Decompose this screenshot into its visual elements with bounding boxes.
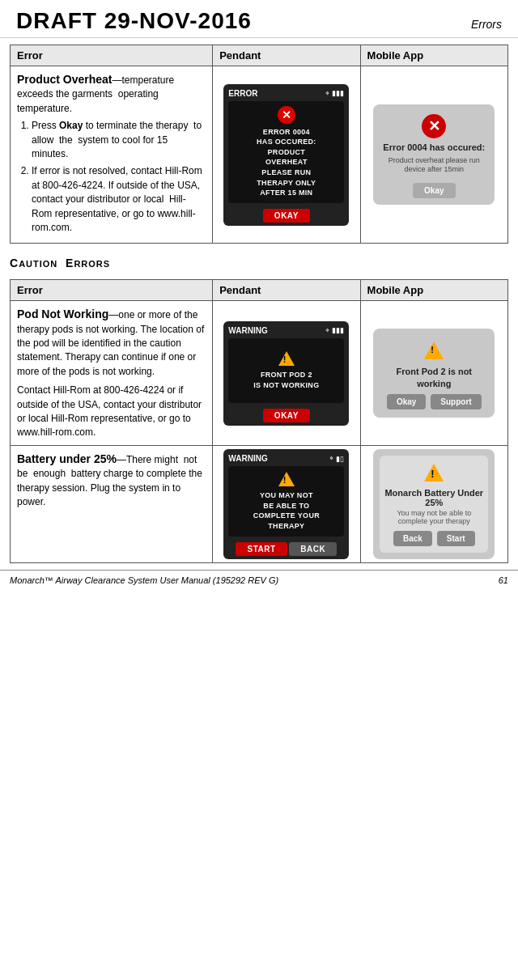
pendant-icons-pod: ⌖ ▮▮▮ — [325, 326, 344, 335]
app-okay-button[interactable]: Okay — [413, 183, 455, 198]
page-header: DRAFT 29-NOV-2016 Errors — [0, 0, 518, 38]
table-row: Battery under 25%—There might not be eno… — [11, 445, 508, 562]
app-cell-pod: Front Pod 2 is not working Okay Support — [360, 301, 507, 446]
app-battery-title: Monarch Battery Under 25% — [384, 488, 483, 507]
app-subtitle: Product overheat please run device after… — [380, 156, 488, 175]
pendant-body-error: ✕ ERROR 0004HAS OCCURED:PRODUCTOVERHEATP… — [228, 101, 344, 203]
bluetooth-icon: ⌖ — [325, 326, 329, 335]
table-row: Pod Not Working—one or more of the thera… — [11, 301, 508, 446]
bluetooth-icon: ⌖ — [329, 454, 333, 463]
section-label: Errors — [471, 18, 502, 31]
battery-icon-low: ▮▯ — [336, 455, 344, 463]
caution-col-error: Error — [11, 280, 213, 301]
app-warning-icon-pod — [422, 338, 446, 363]
pendant-top-bar-battery: WARNING ⌖ ▮▯ — [228, 454, 344, 463]
app-cell-product-overheat: ✕ Error 0004 has occured: Product overhe… — [360, 66, 507, 244]
error-name-pod: Pod Not Working — [17, 308, 108, 320]
error-name-battery: Battery under 25% — [17, 452, 117, 465]
col-mobile-app: Mobile App — [360, 45, 507, 66]
battery-icon: ▮▮▮ — [332, 89, 344, 97]
app-battery-subtitle: You may not be able to complete your the… — [384, 509, 483, 525]
page-container: DRAFT 29-NOV-2016 Errors Error Pendant M… — [0, 0, 518, 590]
pendant-screen-battery: WARNING ⌖ ▮▯ YOU MAY NOTBE ABLE TOCOMPLE… — [223, 449, 349, 558]
error-name-product-overheat: Product Overheat — [17, 73, 112, 86]
pendant-warning-label: WARNING — [228, 326, 267, 335]
app-title: Error 0004 has occured: — [380, 142, 488, 153]
pendant-back-button[interactable]: BACK — [289, 542, 337, 556]
pendant-status-label: ERROR — [228, 89, 257, 98]
warning-triangle-icon-battery — [277, 471, 296, 487]
error-description-battery: Battery under 25%—There might not be eno… — [11, 445, 213, 562]
app-back-btn-battery[interactable]: Back — [393, 531, 432, 546]
error-steps-product-overheat: Press Okay to terminate the therapy to a… — [17, 119, 206, 235]
app-pod-title: Front Pod 2 is not working — [380, 366, 488, 389]
app-support-btn-pod[interactable]: Support — [431, 394, 481, 409]
app-screen-product-overheat: ✕ Error 0004 has occured: Product overhe… — [373, 104, 495, 205]
footer-page-number: 61 — [499, 575, 508, 585]
pendant-icons: ⌖ ▮▮▮ — [325, 89, 344, 98]
col-pendant: Pendant — [213, 45, 360, 66]
page-footer: Monarch™ Airway Clearance System User Ma… — [0, 570, 518, 590]
app-battery-content: Monarch Battery Under 25% You may not be… — [380, 456, 488, 553]
pendant-body-warning-pod: FRONT POD 2IS NOT WORKING — [228, 338, 344, 403]
error-x-icon: ✕ — [278, 106, 295, 124]
app-okay-btn-pod[interactable]: Okay — [387, 394, 426, 409]
app-screen-battery: Monarch Battery Under 25% You may not be… — [373, 449, 495, 559]
caution-table: Error Pendant Mobile App Pod Not Working… — [10, 279, 508, 563]
pendant-cell-product-overheat: ERROR ⌖ ▮▮▮ ✕ ERROR 0004HAS OCCURED:PROD… — [213, 66, 360, 244]
app-screen-pod: Front Pod 2 is not working Okay Support — [373, 329, 495, 418]
list-item: Press Okay to terminate the therapy to a… — [32, 119, 206, 161]
pendant-okay-button-pod[interactable]: OKAY — [263, 409, 310, 422]
app-error-icon: ✕ — [422, 114, 446, 138]
app-warning-icon-battery — [422, 462, 446, 486]
caution-col-pendant: Pendant — [213, 280, 360, 301]
pendant-body-text: ERROR 0004HAS OCCURED:PRODUCTOVERHEATPLE… — [257, 127, 316, 198]
list-item: If error is not resolved, contact Hill-R… — [32, 164, 206, 235]
table-row: Product Overheat—temperature exceeds the… — [11, 66, 508, 244]
pendant-okay-button[interactable]: OKAY — [263, 209, 310, 223]
pendant-top-bar-pod: WARNING ⌖ ▮▮▮ — [228, 326, 344, 335]
pendant-cell-pod: WARNING ⌖ ▮▮▮ FRONT POD 2IS NOT WORKING — [213, 301, 360, 446]
error-description-product-overheat: Product Overheat—temperature exceeds the… — [11, 66, 213, 244]
pendant-footer-pod: OKAY — [228, 407, 344, 422]
col-error: Error — [11, 45, 213, 66]
page-title: DRAFT 29-NOV-2016 — [16, 8, 252, 34]
pendant-footer: OKAY — [228, 207, 344, 223]
app-cell-battery: Monarch Battery Under 25% You may not be… — [360, 445, 507, 562]
app-btn-row-battery: Back Start — [384, 529, 483, 548]
caution-col-mobile-app: Mobile App — [360, 280, 507, 301]
caution-errors-heading: CAUTION ERRORS — [0, 250, 518, 273]
error-table: Error Pendant Mobile App Product Overhea… — [10, 45, 508, 244]
app-btn-row-pod: Okay Support — [380, 392, 488, 411]
caution-heading-text: CAUTION ERRORS — [10, 257, 110, 269]
pendant-body-text-pod: FRONT POD 2IS NOT WORKING — [253, 370, 319, 390]
pendant-footer-battery: START BACK — [228, 541, 344, 556]
pendant-icons-battery: ⌖ ▮▯ — [329, 454, 344, 463]
pendant-warning-label-battery: WARNING — [228, 454, 267, 463]
app-start-btn-battery[interactable]: Start — [437, 531, 475, 546]
bluetooth-icon: ⌖ — [325, 89, 329, 98]
pendant-start-button[interactable]: START — [236, 542, 287, 556]
pendant-top-bar: ERROR ⌖ ▮▮▮ — [228, 89, 344, 98]
warning-triangle-icon-pod — [277, 350, 296, 367]
error-description-pod-not-working: Pod Not Working—one or more of the thera… — [11, 301, 213, 446]
footer-left-text: Monarch™ Airway Clearance System User Ma… — [10, 575, 278, 585]
pendant-screen-pod: WARNING ⌖ ▮▮▮ FRONT POD 2IS NOT WORKING — [223, 321, 349, 426]
pendant-body-warning-battery: YOU MAY NOTBE ABLE TOCOMPLETE YOURTHERAP… — [228, 466, 344, 536]
battery-icon: ▮▮▮ — [332, 326, 344, 334]
pendant-cell-battery: WARNING ⌖ ▮▯ YOU MAY NOTBE ABLE TOCOMPLE… — [213, 445, 360, 562]
error-para-pod: Contact Hill-Rom at 800-426-4224 or if o… — [17, 384, 206, 440]
pendant-screen-product-overheat: ERROR ⌖ ▮▮▮ ✕ ERROR 0004HAS OCCURED:PROD… — [223, 84, 349, 226]
pendant-body-text-battery: YOU MAY NOTBE ABLE TOCOMPLETE YOURTHERAP… — [253, 490, 320, 531]
